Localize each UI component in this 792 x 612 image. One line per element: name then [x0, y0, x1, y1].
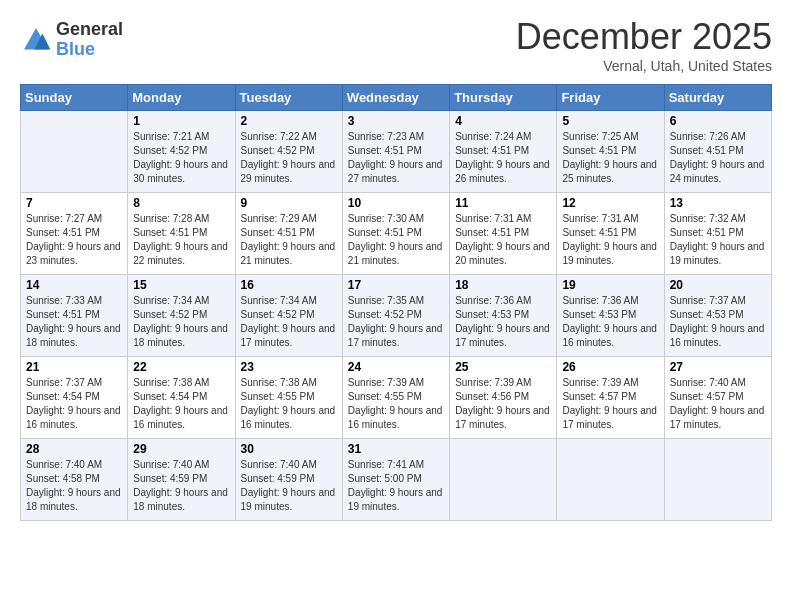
day-number: 6 — [670, 114, 766, 128]
calendar-cell: 7Sunrise: 7:27 AMSunset: 4:51 PMDaylight… — [21, 193, 128, 275]
daylight-text: Daylight: 9 hours and 16 minutes. — [562, 322, 658, 350]
sunset-text: Sunset: 4:51 PM — [241, 226, 337, 240]
sunset-text: Sunset: 4:56 PM — [455, 390, 551, 404]
day-number: 4 — [455, 114, 551, 128]
day-info: Sunrise: 7:32 AMSunset: 4:51 PMDaylight:… — [670, 212, 766, 268]
sunrise-text: Sunrise: 7:40 AM — [26, 458, 122, 472]
day-number: 20 — [670, 278, 766, 292]
sunset-text: Sunset: 4:51 PM — [133, 226, 229, 240]
calendar-cell: 14Sunrise: 7:33 AMSunset: 4:51 PMDayligh… — [21, 275, 128, 357]
calendar-week-1: 1Sunrise: 7:21 AMSunset: 4:52 PMDaylight… — [21, 111, 772, 193]
day-number: 29 — [133, 442, 229, 456]
calendar-cell: 23Sunrise: 7:38 AMSunset: 4:55 PMDayligh… — [235, 357, 342, 439]
day-info: Sunrise: 7:41 AMSunset: 5:00 PMDaylight:… — [348, 458, 444, 514]
day-number: 18 — [455, 278, 551, 292]
sunrise-text: Sunrise: 7:39 AM — [562, 376, 658, 390]
calendar-cell: 10Sunrise: 7:30 AMSunset: 4:51 PMDayligh… — [342, 193, 449, 275]
sunrise-text: Sunrise: 7:37 AM — [26, 376, 122, 390]
sunset-text: Sunset: 4:54 PM — [26, 390, 122, 404]
day-info: Sunrise: 7:37 AMSunset: 4:54 PMDaylight:… — [26, 376, 122, 432]
sunset-text: Sunset: 4:52 PM — [241, 308, 337, 322]
calendar-cell: 13Sunrise: 7:32 AMSunset: 4:51 PMDayligh… — [664, 193, 771, 275]
sunset-text: Sunset: 4:53 PM — [455, 308, 551, 322]
calendar-cell: 31Sunrise: 7:41 AMSunset: 5:00 PMDayligh… — [342, 439, 449, 521]
sunset-text: Sunset: 4:53 PM — [670, 308, 766, 322]
sunset-text: Sunset: 4:55 PM — [241, 390, 337, 404]
calendar-cell — [450, 439, 557, 521]
calendar-cell: 1Sunrise: 7:21 AMSunset: 4:52 PMDaylight… — [128, 111, 235, 193]
day-number: 1 — [133, 114, 229, 128]
daylight-text: Daylight: 9 hours and 29 minutes. — [241, 158, 337, 186]
daylight-text: Daylight: 9 hours and 17 minutes. — [455, 404, 551, 432]
day-number: 8 — [133, 196, 229, 210]
day-number: 24 — [348, 360, 444, 374]
calendar-cell: 19Sunrise: 7:36 AMSunset: 4:53 PMDayligh… — [557, 275, 664, 357]
day-info: Sunrise: 7:35 AMSunset: 4:52 PMDaylight:… — [348, 294, 444, 350]
daylight-text: Daylight: 9 hours and 22 minutes. — [133, 240, 229, 268]
col-thursday: Thursday — [450, 85, 557, 111]
calendar-cell: 25Sunrise: 7:39 AMSunset: 4:56 PMDayligh… — [450, 357, 557, 439]
day-info: Sunrise: 7:26 AMSunset: 4:51 PMDaylight:… — [670, 130, 766, 186]
sunset-text: Sunset: 4:55 PM — [348, 390, 444, 404]
sunset-text: Sunset: 4:54 PM — [133, 390, 229, 404]
daylight-text: Daylight: 9 hours and 30 minutes. — [133, 158, 229, 186]
sunset-text: Sunset: 4:57 PM — [670, 390, 766, 404]
day-info: Sunrise: 7:31 AMSunset: 4:51 PMDaylight:… — [562, 212, 658, 268]
day-info: Sunrise: 7:34 AMSunset: 4:52 PMDaylight:… — [241, 294, 337, 350]
logo-text: General Blue — [56, 20, 123, 60]
calendar-cell: 18Sunrise: 7:36 AMSunset: 4:53 PMDayligh… — [450, 275, 557, 357]
calendar-cell: 17Sunrise: 7:35 AMSunset: 4:52 PMDayligh… — [342, 275, 449, 357]
calendar-cell: 3Sunrise: 7:23 AMSunset: 4:51 PMDaylight… — [342, 111, 449, 193]
sunset-text: Sunset: 4:58 PM — [26, 472, 122, 486]
day-number: 26 — [562, 360, 658, 374]
logo-general: General — [56, 20, 123, 40]
sunrise-text: Sunrise: 7:38 AM — [241, 376, 337, 390]
calendar-cell: 28Sunrise: 7:40 AMSunset: 4:58 PMDayligh… — [21, 439, 128, 521]
day-number: 31 — [348, 442, 444, 456]
day-info: Sunrise: 7:30 AMSunset: 4:51 PMDaylight:… — [348, 212, 444, 268]
calendar-cell — [557, 439, 664, 521]
day-info: Sunrise: 7:36 AMSunset: 4:53 PMDaylight:… — [455, 294, 551, 350]
day-info: Sunrise: 7:31 AMSunset: 4:51 PMDaylight:… — [455, 212, 551, 268]
calendar-cell: 22Sunrise: 7:38 AMSunset: 4:54 PMDayligh… — [128, 357, 235, 439]
daylight-text: Daylight: 9 hours and 19 minutes. — [670, 240, 766, 268]
sunrise-text: Sunrise: 7:40 AM — [133, 458, 229, 472]
daylight-text: Daylight: 9 hours and 27 minutes. — [348, 158, 444, 186]
calendar-header: Sunday Monday Tuesday Wednesday Thursday… — [21, 85, 772, 111]
daylight-text: Daylight: 9 hours and 17 minutes. — [670, 404, 766, 432]
day-info: Sunrise: 7:40 AMSunset: 4:57 PMDaylight:… — [670, 376, 766, 432]
sunrise-text: Sunrise: 7:39 AM — [455, 376, 551, 390]
sunrise-text: Sunrise: 7:40 AM — [241, 458, 337, 472]
day-info: Sunrise: 7:25 AMSunset: 4:51 PMDaylight:… — [562, 130, 658, 186]
sunrise-text: Sunrise: 7:38 AM — [133, 376, 229, 390]
daylight-text: Daylight: 9 hours and 16 minutes. — [670, 322, 766, 350]
calendar-cell — [664, 439, 771, 521]
header: General Blue December 2025 Vernal, Utah,… — [20, 16, 772, 74]
calendar-cell: 12Sunrise: 7:31 AMSunset: 4:51 PMDayligh… — [557, 193, 664, 275]
day-number: 2 — [241, 114, 337, 128]
day-number: 11 — [455, 196, 551, 210]
day-info: Sunrise: 7:36 AMSunset: 4:53 PMDaylight:… — [562, 294, 658, 350]
sunrise-text: Sunrise: 7:22 AM — [241, 130, 337, 144]
day-info: Sunrise: 7:29 AMSunset: 4:51 PMDaylight:… — [241, 212, 337, 268]
day-info: Sunrise: 7:40 AMSunset: 4:59 PMDaylight:… — [133, 458, 229, 514]
calendar-week-2: 7Sunrise: 7:27 AMSunset: 4:51 PMDaylight… — [21, 193, 772, 275]
day-info: Sunrise: 7:34 AMSunset: 4:52 PMDaylight:… — [133, 294, 229, 350]
daylight-text: Daylight: 9 hours and 21 minutes. — [348, 240, 444, 268]
calendar-cell: 16Sunrise: 7:34 AMSunset: 4:52 PMDayligh… — [235, 275, 342, 357]
daylight-text: Daylight: 9 hours and 16 minutes. — [133, 404, 229, 432]
sunrise-text: Sunrise: 7:31 AM — [562, 212, 658, 226]
sunrise-text: Sunrise: 7:34 AM — [133, 294, 229, 308]
sunrise-text: Sunrise: 7:29 AM — [241, 212, 337, 226]
sunrise-text: Sunrise: 7:23 AM — [348, 130, 444, 144]
sunset-text: Sunset: 4:53 PM — [562, 308, 658, 322]
sunset-text: Sunset: 4:51 PM — [455, 226, 551, 240]
calendar-cell: 30Sunrise: 7:40 AMSunset: 4:59 PMDayligh… — [235, 439, 342, 521]
daylight-text: Daylight: 9 hours and 18 minutes. — [26, 486, 122, 514]
daylight-text: Daylight: 9 hours and 25 minutes. — [562, 158, 658, 186]
day-number: 21 — [26, 360, 122, 374]
day-info: Sunrise: 7:24 AMSunset: 4:51 PMDaylight:… — [455, 130, 551, 186]
col-monday: Monday — [128, 85, 235, 111]
sunrise-text: Sunrise: 7:30 AM — [348, 212, 444, 226]
daylight-text: Daylight: 9 hours and 19 minutes. — [241, 486, 337, 514]
